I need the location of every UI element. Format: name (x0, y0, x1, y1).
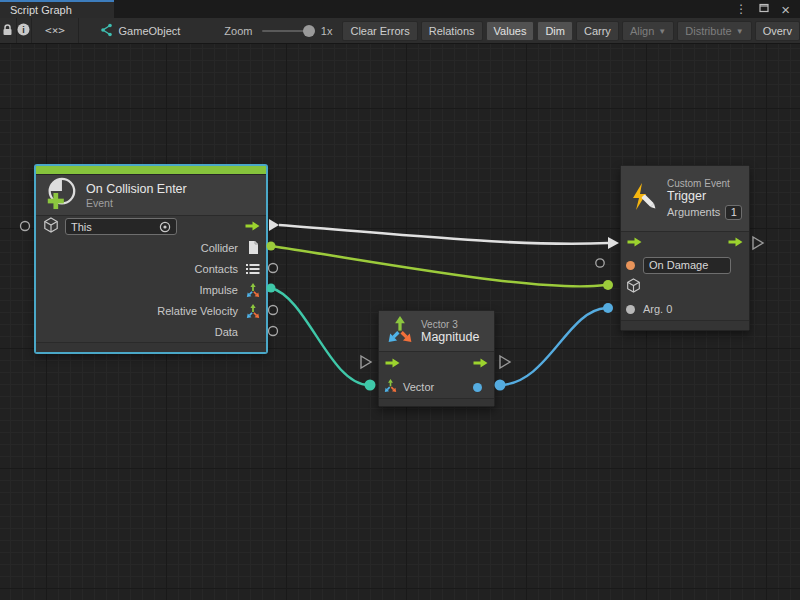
port-row-event-name[interactable]: On Damage (621, 254, 749, 276)
impulse-port-dot[interactable] (267, 284, 276, 293)
toolbar-button-overview[interactable]: Overv (755, 21, 800, 41)
graph-context[interactable]: GameObject (99, 18, 181, 43)
vector3-icon (384, 378, 397, 396)
zoom-label: Zoom (224, 25, 252, 37)
close-icon[interactable]: × (781, 2, 790, 17)
edit-graph-button[interactable]: <×> (32, 18, 78, 43)
node-header[interactable]: Custom Event Trigger Arguments 1 (621, 166, 749, 232)
toolbar-button-values[interactable]: Values (486, 21, 535, 41)
port-this-input[interactable] (21, 222, 30, 231)
vector-input-dot[interactable] (365, 380, 376, 391)
script-graph-icon (99, 23, 113, 39)
flow-in-arrow-icon[interactable] (384, 355, 401, 373)
wire-impulse[interactable] (271, 288, 369, 385)
flow-row (621, 232, 749, 254)
flow-out-arrow-icon[interactable] (472, 355, 489, 373)
gameobject-label: GameObject (119, 25, 181, 37)
port-contacts-output[interactable] (269, 264, 278, 273)
flow-in-arrow-icon[interactable] (626, 234, 643, 252)
node-header[interactable]: Vector 3 Magnitude (379, 311, 494, 352)
vector3-icon (243, 283, 263, 297)
port-row-target: This (36, 216, 266, 237)
node-on-collision-enter[interactable]: On Collision Enter Event This (35, 165, 267, 353)
chevron-down-icon: ▼ (736, 28, 744, 36)
port-row-target[interactable] (621, 276, 749, 298)
port-data-output[interactable] (269, 327, 278, 336)
toolbar-button-carry[interactable]: Carry (576, 21, 619, 41)
port-flow-in-magnitude[interactable] (361, 356, 371, 368)
string-port-dot[interactable] (626, 256, 635, 274)
generic-port-dot[interactable] (626, 300, 635, 318)
toolbar-button-clear-errors[interactable]: Clear Errors (342, 21, 417, 41)
node-magnitude[interactable]: Vector 3 Magnitude Vector (378, 310, 495, 407)
node-title: Trigger (667, 189, 742, 203)
flow-wire-end-arrow[interactable] (608, 237, 619, 249)
object-picker-icon[interactable] (159, 221, 171, 233)
node-title: On Collision Enter (86, 182, 187, 196)
lock-button[interactable] (0, 18, 17, 43)
toolbar-buttons: Clear Errors Relations Values Dim Carry … (342, 18, 800, 43)
gameobject-cube-icon (43, 217, 59, 237)
port-row-arg0[interactable]: Arg. 0 (621, 298, 749, 320)
port-row-vector[interactable]: Vector (379, 375, 494, 398)
arguments-label: Arguments (667, 206, 720, 218)
port-event-name-input[interactable] (596, 259, 604, 267)
collision-event-icon (44, 176, 78, 214)
info-button[interactable]: i (17, 18, 33, 43)
graph-toolbar: i <×> GameObject Zoom 1x Clear Errors Re… (0, 18, 800, 44)
title-bar: Script Graph ⋮ × (0, 0, 800, 18)
flow-wire-start-arrow[interactable] (269, 219, 279, 231)
custom-event-icon (629, 182, 659, 216)
port-row-relative-velocity[interactable]: Relative Velocity (36, 300, 266, 321)
node-custom-event-trigger[interactable]: Custom Event Trigger Arguments 1 (620, 165, 750, 331)
gameobject-cube-icon (626, 278, 641, 297)
more-menu-icon[interactable]: ⋮ (735, 3, 747, 15)
toolbar-button-dim[interactable]: Dim (537, 21, 573, 41)
port-relative-velocity-output[interactable] (269, 306, 278, 315)
node-footer (379, 398, 494, 406)
collider-doc-icon (243, 241, 263, 254)
port-flow-out-trigger[interactable] (753, 237, 763, 249)
collider-wire-end-dot[interactable] (603, 280, 613, 290)
target-object-field[interactable]: This (65, 218, 177, 235)
wire-magnitude[interactable] (500, 308, 606, 385)
wire-flow[interactable] (279, 225, 608, 244)
maximize-icon[interactable] (759, 3, 769, 15)
svg-text:i: i (23, 25, 26, 35)
toolbar-button-distribute[interactable]: Distribute▼ (677, 21, 751, 41)
code-icon: <×> (45, 24, 65, 37)
wire-collider[interactable] (271, 246, 606, 286)
vector3-icon (243, 304, 263, 318)
arg0-wire-end-dot[interactable] (603, 303, 613, 313)
port-row-contacts[interactable]: Contacts (36, 258, 266, 279)
tab-script-graph[interactable]: Script Graph (0, 0, 114, 18)
arguments-count-field[interactable]: 1 (725, 205, 742, 220)
flow-out-arrow-icon[interactable] (727, 234, 744, 252)
flow-row (379, 352, 494, 375)
flow-out-arrow-icon[interactable] (244, 218, 261, 236)
toolbar-button-relations[interactable]: Relations (421, 21, 483, 41)
event-name-field[interactable]: On Damage (643, 257, 731, 274)
info-icon: i (17, 23, 30, 38)
collider-port-dot[interactable] (267, 242, 276, 251)
graph-canvas[interactable]: On Collision Enter Event This (0, 44, 800, 600)
port-row-impulse[interactable]: Impulse (36, 279, 266, 300)
port-flow-out-magnitude[interactable] (500, 356, 510, 368)
toolbar-button-align[interactable]: Align▼ (622, 21, 674, 41)
zoom-slider[interactable] (262, 30, 312, 32)
magnitude-output-dot[interactable] (495, 380, 506, 391)
lock-icon (1, 23, 14, 38)
float-output-port[interactable] (473, 378, 482, 396)
node-subtitle: Event (86, 197, 187, 209)
chevron-down-icon: ▼ (658, 28, 666, 36)
script-graph-window: Script Graph ⋮ × i <×> G (0, 0, 800, 600)
zoom-slider-handle[interactable] (303, 25, 315, 37)
port-row-collider[interactable]: Collider (36, 237, 266, 258)
node-title: Magnitude (421, 330, 479, 344)
zoom-value: 1x (321, 25, 333, 37)
tab-label: Script Graph (10, 4, 72, 16)
node-header[interactable]: On Collision Enter Event (36, 175, 266, 216)
node-footer (621, 320, 749, 330)
event-header-strip (36, 166, 266, 175)
port-row-data[interactable]: Data (36, 321, 266, 342)
